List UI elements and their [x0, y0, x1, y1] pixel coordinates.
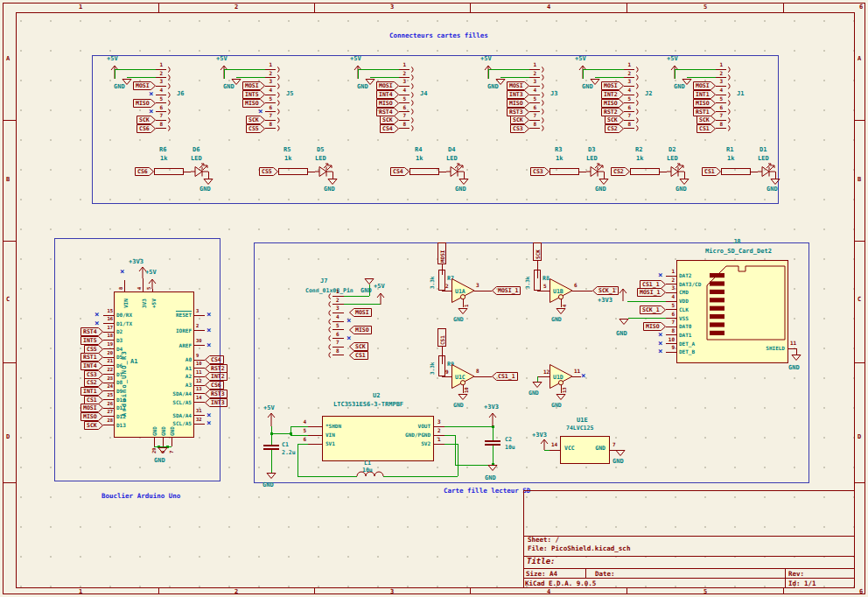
net-label[interactable]: CS4 [380, 124, 399, 133]
connector-ref: J3 [550, 91, 557, 97]
no-connect-x-icon: × [346, 334, 351, 342]
led-symbol-icon[interactable] [586, 164, 606, 179]
wire [308, 444, 322, 445]
net-label[interactable]: CS6 [136, 124, 156, 133]
net-label[interactable]: MOSI [693, 81, 716, 90]
net-label[interactable]: CS3 [510, 124, 529, 133]
resistor-body[interactable] [630, 168, 660, 175]
net-label[interactable]: RST2 [601, 108, 624, 116]
net-label[interactable]: MOSI_1 [637, 288, 666, 297]
net-label[interactable]: CS1 [702, 167, 721, 176]
led-symbol-icon[interactable] [758, 164, 777, 179]
net-label[interactable]: SCK_1 [592, 286, 619, 295]
led-symbol-icon[interactable] [446, 164, 466, 179]
net-label[interactable]: RST3 [507, 108, 529, 116]
net-label[interactable]: MOSI [80, 404, 103, 412]
title-block-box [523, 490, 855, 588]
wire [194, 315, 205, 316]
net-label[interactable]: MOSI [601, 81, 624, 90]
net-label[interactable]: CS5 [84, 345, 103, 354]
net-label[interactable]: INT3 [205, 398, 228, 407]
net-label[interactable]: CS6 [135, 167, 154, 176]
net-label[interactable]: CS3 [84, 370, 103, 379]
net-label[interactable]: INT2 [601, 90, 624, 99]
net-label[interactable]: CS1_1 [492, 372, 518, 381]
net-label[interactable]: MISO [349, 326, 372, 334]
net-label[interactable]: RST4 [376, 108, 399, 116]
power-label: +5V [350, 56, 361, 62]
net-label[interactable]: MISO [80, 412, 103, 421]
net-label[interactable]: RST1 [80, 353, 103, 362]
net-label[interactable]: RST2 [205, 364, 228, 373]
pin-pad-icon [410, 100, 415, 106]
pin-number: 5 [159, 96, 163, 102]
net-label[interactable]: RST4 [80, 327, 103, 336]
no-connect-x-icon: × [94, 320, 99, 327]
power-label: +5V [480, 56, 492, 62]
net-label[interactable]: CS1 [84, 396, 103, 404]
net-label[interactable]: INT4 [80, 362, 103, 370]
net-label[interactable]: MISO [693, 99, 716, 108]
net-label[interactable]: INT1 [80, 387, 103, 396]
net-label[interactable]: MOSI [242, 81, 265, 90]
net-label[interactable]: CS1_1 [640, 280, 666, 289]
net-label[interactable]: MISO [507, 99, 529, 108]
net-label[interactable]: CS3 [530, 167, 550, 176]
net-label[interactable]: INT5 [80, 336, 103, 345]
resistor-body[interactable] [550, 168, 579, 175]
net-label[interactable]: CS2 [84, 378, 103, 387]
net-label[interactable]: MOSI_1 [492, 286, 521, 295]
net-label[interactable]: MOSI [376, 81, 399, 90]
net-label[interactable]: CS4 [205, 355, 224, 364]
power-label: +3V3 [532, 432, 547, 439]
net-label[interactable]: SCK [84, 421, 103, 430]
net-label[interactable]: SCK [510, 116, 529, 124]
net-label[interactable]: CS5 [246, 124, 265, 133]
net-label[interactable]: SCK [246, 116, 265, 124]
net-label[interactable]: SCK [349, 342, 368, 351]
led-symbol-icon[interactable] [191, 164, 210, 179]
resistor-body[interactable] [438, 355, 445, 376]
net-label[interactable]: INT4 [376, 90, 399, 99]
resistor-body[interactable] [438, 270, 445, 291]
resistor-body[interactable] [534, 270, 541, 291]
wire [529, 128, 540, 129]
svg-text:MOSI: MOSI [136, 83, 150, 90]
led-symbol-icon[interactable] [667, 164, 686, 179]
net-label[interactable]: RST1 [693, 108, 716, 116]
resistor-body[interactable] [410, 168, 439, 175]
net-label[interactable]: CS1 [696, 124, 716, 133]
wire [308, 172, 315, 172]
net-label[interactable]: CS1 [349, 351, 368, 360]
net-label[interactable]: MISO [643, 322, 666, 331]
net-label[interactable]: MISO [376, 99, 399, 108]
net-label[interactable]: INT2 [205, 372, 228, 381]
resistor-body[interactable] [721, 168, 751, 175]
net-label[interactable]: INT1 [693, 90, 716, 99]
net-label[interactable]: SCK_1 [640, 306, 666, 314]
net-label[interactable]: CS6 [205, 381, 224, 390]
net-label[interactable]: RST3 [205, 390, 228, 398]
net-label[interactable]: INT5 [242, 90, 265, 99]
sd-card-icon[interactable] [700, 263, 788, 343]
wire [488, 69, 489, 79]
net-label[interactable]: MOSI [349, 308, 372, 317]
net-label[interactable]: INT3 [507, 90, 529, 99]
net-label[interactable]: MOSI [507, 81, 529, 90]
power-label: GND [612, 459, 624, 465]
net-label[interactable]: CS2 [611, 167, 630, 176]
net-label[interactable]: SCK [136, 116, 156, 124]
net-label[interactable]: CS4 [390, 167, 410, 176]
net-label[interactable]: SCK [380, 116, 399, 124]
net-label[interactable]: CS2 [605, 124, 624, 133]
power-label: GND [485, 475, 496, 481]
resistor-body[interactable] [154, 168, 184, 175]
net-label[interactable]: SCK [696, 116, 716, 124]
net-label[interactable]: CS5 [259, 167, 278, 176]
resistor-body[interactable] [278, 168, 308, 175]
net-label[interactable]: MISO [601, 99, 624, 108]
net-label[interactable]: SCK [605, 116, 624, 124]
pin-number: 22 [107, 368, 113, 373]
pin-pad-icon [276, 92, 281, 98]
led-symbol-icon[interactable] [315, 164, 334, 179]
